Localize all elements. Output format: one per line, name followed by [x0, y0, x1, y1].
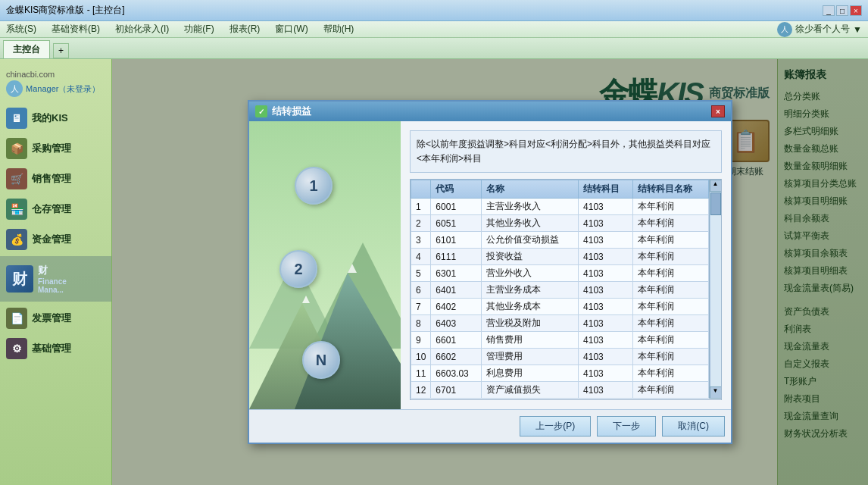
table-cell-9-0: 10 [411, 349, 431, 365]
table-cell-1-2[interactable]: 其他业务收入 [481, 215, 578, 232]
table-cell-7-3[interactable]: 4103 [579, 315, 633, 332]
table-cell-3-3[interactable]: 4103 [579, 249, 633, 265]
dialog-title: 结转损益 [272, 105, 311, 118]
table-cell-8-3[interactable]: 4103 [579, 332, 633, 349]
sidebar-item-my-kis[interactable]: 🖥 我的KIS [0, 103, 111, 133]
table-cell-0-4[interactable]: 本年利润 [632, 199, 708, 215]
scroll-down-button[interactable]: ▼ [710, 386, 722, 399]
table-cell-6-3[interactable]: 4103 [579, 299, 633, 315]
user-dropdown-icon[interactable]: ▼ [853, 24, 862, 35]
table-cell-0-2[interactable]: 主营业务收入 [481, 199, 578, 215]
table-cell-9-3[interactable]: 4103 [579, 349, 633, 365]
sidebar-item-warehouse[interactable]: 🏪 仓存管理 [0, 194, 111, 224]
table-cell-8-1[interactable]: 6601 [431, 332, 481, 349]
tab-add-button[interactable]: + [53, 43, 69, 58]
table-cell-10-1[interactable]: 6603.03 [431, 365, 481, 382]
table-cell-4-3[interactable]: 4103 [579, 265, 633, 282]
window-controls: _ □ × [823, 5, 862, 16]
dialog-icon: ✓ [255, 105, 267, 117]
prev-step-button[interactable]: 上一步(P) [520, 416, 591, 436]
table-cell-9-1[interactable]: 6602 [431, 349, 481, 365]
table-cell-3-2[interactable]: 投资收益 [481, 249, 578, 265]
table-cell-6-4[interactable]: 本年利润 [632, 299, 708, 315]
table-cell-2-3[interactable]: 4103 [579, 232, 633, 249]
dialog-titlebar: ✓ 结转损益 × [249, 102, 731, 121]
next-step-button[interactable]: 下一步 [597, 416, 656, 436]
sidebar-item-finance-big[interactable]: 财 财 FinanceMana... [0, 256, 111, 302]
menu-window[interactable]: 窗口(W) [275, 23, 308, 36]
maximize-button[interactable]: □ [836, 5, 848, 16]
col-name: 名称 [481, 180, 578, 199]
manager-avatar: 人 [6, 80, 23, 97]
table-row: 26051其他业务收入4103本年利润 [411, 215, 709, 232]
site-label: chinacbi.com [6, 70, 105, 79]
table-cell-7-2[interactable]: 营业税及附加 [481, 315, 578, 332]
close-window-button[interactable]: × [850, 5, 862, 16]
table-cell-5-4[interactable]: 本年利润 [632, 282, 708, 299]
user-area: 人 徐少看个人号 ▼ [777, 22, 862, 37]
table-wrapper: 代码 名称 结转科目 结转科目名称 16001主营业务收入4103本年利润260… [411, 180, 721, 399]
table-cell-1-3[interactable]: 4103 [579, 215, 633, 232]
username-label[interactable]: 徐少看个人号 [795, 23, 850, 36]
sidebar-item-purchase[interactable]: 📦 采购管理 [0, 133, 111, 164]
table-cell-6-1[interactable]: 6402 [431, 299, 481, 315]
menu-system[interactable]: 系统(S) [6, 23, 36, 36]
table-cell-8-2[interactable]: 销售费用 [481, 332, 578, 349]
table-cell-1-4[interactable]: 本年利润 [632, 215, 708, 232]
manager-area: chinacbi.com 人 Manager（未登录） [0, 67, 111, 103]
table-cell-10-4[interactable]: 本年利润 [632, 365, 708, 382]
table-cell-11-4[interactable]: 本年利润 [632, 382, 708, 399]
table-cell-2-2[interactable]: 公允价值变动损益 [481, 232, 578, 249]
table-cell-9-4[interactable]: 本年利润 [632, 349, 708, 365]
table-cell-2-4[interactable]: 本年利润 [632, 232, 708, 249]
table-cell-3-4[interactable]: 本年利润 [632, 249, 708, 265]
main-content: chinacbi.com 人 Manager（未登录） 🖥 我的KIS 📦 采购… [0, 59, 868, 485]
table-cell-0-1[interactable]: 6001 [431, 199, 481, 215]
table-cell-9-2[interactable]: 管理费用 [481, 349, 578, 365]
sidebar-item-invoice[interactable]: 📄 发票管理 [0, 303, 111, 333]
sidebar-item-finance-fund[interactable]: 💰 资金管理 [0, 224, 111, 255]
title-bar: 金蝶KIS商贸标准版 - [主控台] _ □ × [0, 0, 868, 21]
table-cell-8-4[interactable]: 本年利润 [632, 332, 708, 349]
table-row: 126701资产减值损失4103本年利润 [411, 382, 709, 399]
table-cell-7-1[interactable]: 6403 [431, 315, 481, 332]
table-cell-4-1[interactable]: 6301 [431, 265, 481, 282]
table-cell-5-0: 6 [411, 282, 431, 299]
table-cell-11-2[interactable]: 资产减值损失 [481, 382, 578, 399]
table-cell-11-1[interactable]: 6701 [431, 382, 481, 399]
sidebar-label-invoice: 发票管理 [32, 311, 71, 325]
menu-reports[interactable]: 报表(R) [229, 23, 261, 36]
table-row: 76402其他业务成本4103本年利润 [411, 299, 709, 315]
dialog-close-button[interactable]: × [711, 105, 725, 117]
table-cell-5-3[interactable]: 4103 [579, 282, 633, 299]
table-cell-5-2[interactable]: 主营业务成本 [481, 282, 578, 299]
menu-help[interactable]: 帮助(H) [323, 23, 354, 36]
scroll-thumb[interactable] [710, 192, 721, 215]
scroll-up-button[interactable]: ▲ [710, 180, 722, 192]
sidebar-item-sales[interactable]: 🛒 销售管理 [0, 164, 111, 194]
table-cell-2-1[interactable]: 6101 [431, 232, 481, 249]
minimize-button[interactable]: _ [823, 5, 835, 16]
tab-main-console[interactable]: 主控台 [3, 40, 50, 58]
table-cell-4-4[interactable]: 本年利润 [632, 265, 708, 282]
table-cell-7-4[interactable]: 本年利润 [632, 315, 708, 332]
table-cell-10-3[interactable]: 4103 [579, 365, 633, 382]
vertical-scrollbar[interactable]: ▲ ▼ [709, 180, 721, 399]
table-cell-6-2[interactable]: 其他业务成本 [481, 299, 578, 315]
table-row: 116603.03利息费用4103本年利润 [411, 365, 709, 382]
menu-function[interactable]: 功能(F) [184, 23, 214, 36]
table-cell-1-1[interactable]: 6051 [431, 215, 481, 232]
menu-init-entry[interactable]: 初始化录入(I) [115, 23, 169, 36]
table-cell-3-1[interactable]: 6111 [431, 249, 481, 265]
col-num [411, 180, 431, 199]
table-row: 86403营业税及附加4103本年利润 [411, 315, 709, 332]
sidebar-item-base[interactable]: ⚙ 基础管理 [0, 333, 111, 364]
table-cell-11-3[interactable]: 4103 [579, 382, 633, 399]
table-cell-5-1[interactable]: 6401 [431, 282, 481, 299]
scroll-track [710, 192, 721, 386]
table-cell-4-2[interactable]: 营业外收入 [481, 265, 578, 282]
menu-basic-data[interactable]: 基础资料(B) [52, 23, 100, 36]
cancel-button[interactable]: 取消(C) [662, 416, 725, 436]
table-cell-10-2[interactable]: 利息费用 [481, 365, 578, 382]
table-cell-0-3[interactable]: 4103 [579, 199, 633, 215]
